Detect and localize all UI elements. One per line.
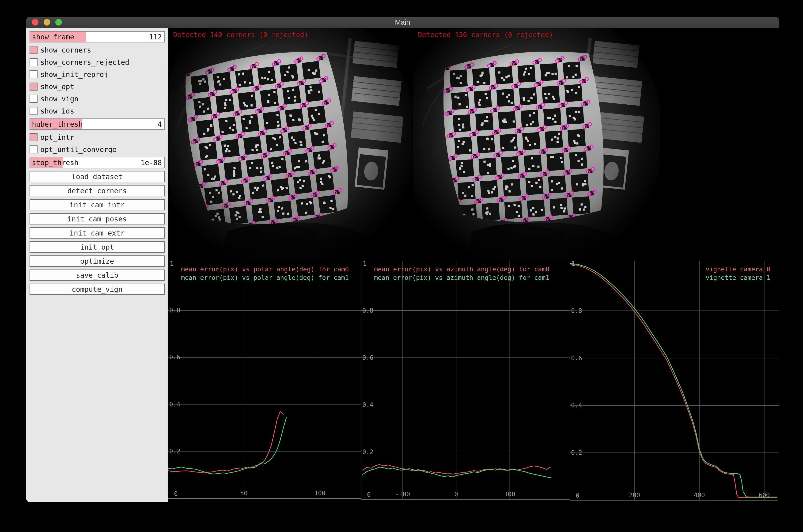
svg-text:400: 400 — [694, 492, 705, 499]
main-area: Detected 140 corners (0 rejected) — [168, 28, 779, 502]
svg-text:0.8: 0.8 — [571, 307, 582, 314]
button-optimize[interactable]: optimize — [30, 255, 165, 267]
svg-text:0.6: 0.6 — [571, 355, 582, 362]
svg-text:0.2: 0.2 — [571, 449, 582, 456]
svg-text:0.8: 0.8 — [169, 307, 180, 314]
main-window: Main show_frame112show_cornersshow_corne… — [26, 17, 779, 502]
slider-show_frame[interactable]: show_frame112 — [30, 31, 165, 42]
fisheye-image-1 — [413, 28, 660, 261]
svg-text:0.6: 0.6 — [362, 354, 374, 361]
checkbox-row-opt_until_converge[interactable]: opt_until_converge — [30, 145, 165, 154]
vignette-plot: 2004006000.20.40.60.810vignette camera 0… — [570, 261, 779, 502]
checkbox-row-show_vign[interactable]: show_vign — [30, 94, 165, 103]
window-content: show_frame112show_cornersshow_corners_re… — [26, 28, 779, 502]
polar-error-plot: 501000.20.40.60.810mean error(pix) vs po… — [168, 261, 361, 502]
svg-text:50: 50 — [240, 490, 247, 497]
checkbox-label: show_corners — [40, 46, 91, 54]
checkbox-label: show_corners_rejected — [40, 58, 129, 66]
camera-view-0: Detected 140 corners (0 rejected) — [168, 28, 413, 261]
button-save_calib[interactable]: save_calib — [30, 269, 165, 281]
checkbox-row-show_opt[interactable]: show_opt — [30, 82, 165, 91]
slider-stop_thresh[interactable]: stop_thresh1e-08 — [30, 157, 165, 168]
svg-text:0: 0 — [576, 492, 579, 499]
camera-view-1: Detected 136 corners (0 rejected) — [413, 28, 660, 261]
slider-value: 1e-08 — [141, 157, 162, 168]
slider-label: show_frame — [32, 32, 74, 42]
svg-text:0: 0 — [367, 491, 371, 498]
svg-text:0.4: 0.4 — [362, 401, 374, 408]
legend-cam1: mean error(pix) vs azimuth angle(deg) fo… — [374, 274, 550, 281]
slider-value: 4 — [158, 119, 162, 129]
cam0-curve — [363, 464, 551, 474]
checkbox-show_corners_rejected[interactable] — [30, 58, 38, 66]
svg-text:0.2: 0.2 — [362, 449, 374, 456]
svg-text:0: 0 — [454, 491, 458, 498]
control-sidebar: show_frame112show_cornersshow_corners_re… — [26, 28, 168, 502]
plots-row: 501000.20.40.60.810mean error(pix) vs po… — [168, 261, 779, 502]
azimuth-error-plot: -10001000.20.40.60.810mean error(pix) vs… — [361, 261, 570, 502]
fisheye-image-0 — [168, 28, 412, 261]
svg-text:0: 0 — [174, 490, 178, 497]
checkbox-show_vign[interactable] — [30, 95, 38, 103]
checkbox-label: opt_until_converge — [40, 146, 117, 154]
checkbox-label: opt_intr — [40, 133, 74, 141]
cam0-curve — [570, 264, 777, 497]
button-init_cam_intr[interactable]: init_cam_intr — [30, 199, 165, 210]
checkbox-opt_intr[interactable] — [30, 133, 38, 141]
plot-vignette: 2004006000.20.40.60.810vignette camera 0… — [570, 261, 779, 502]
plot-polar-error: 501000.20.40.60.810mean error(pix) vs po… — [168, 261, 361, 502]
svg-text:-100: -100 — [396, 491, 410, 498]
checkbox-row-show_corners_rejected[interactable]: show_corners_rejected — [30, 57, 165, 67]
svg-text:100: 100 — [504, 491, 515, 498]
svg-text:1: 1 — [170, 261, 174, 267]
checkbox-label: show_init_reproj — [40, 70, 108, 79]
checkbox-opt_until_converge[interactable] — [30, 146, 38, 153]
svg-text:0.4: 0.4 — [169, 401, 180, 408]
button-load_dataset[interactable]: load_dataset — [30, 171, 165, 182]
legend-cam0: mean error(pix) vs polar angle(deg) for … — [181, 266, 349, 273]
svg-text:0.4: 0.4 — [571, 402, 582, 409]
checkbox-show_opt[interactable] — [30, 82, 38, 91]
camera-views: Detected 140 corners (0 rejected) — [168, 28, 779, 261]
cam0-curve — [168, 412, 284, 473]
svg-text:100: 100 — [314, 490, 326, 497]
checkbox-show_ids[interactable] — [30, 107, 38, 115]
checkbox-row-opt_intr[interactable]: opt_intr — [30, 133, 165, 142]
button-init_cam_extr[interactable]: init_cam_extr — [30, 227, 165, 239]
cam1-curve — [570, 263, 777, 497]
legend-cam1: mean error(pix) vs polar angle(deg) for … — [181, 274, 349, 281]
checkbox-label: show_ids — [40, 107, 74, 115]
legend-cam0: vignette camera 0 — [706, 266, 770, 273]
camera1-status: Detected 136 corners (0 rejected) — [418, 31, 553, 39]
button-init_cam_poses[interactable]: init_cam_poses — [30, 213, 165, 225]
svg-text:200: 200 — [629, 492, 640, 499]
cam1-curve — [168, 417, 287, 474]
checkbox-row-show_corners[interactable]: show_corners — [30, 45, 165, 55]
plot-azimuth-error: -10001000.20.40.60.810mean error(pix) vs… — [361, 261, 570, 502]
button-compute_vign[interactable]: compute_vign — [30, 284, 165, 295]
checkbox-label: show_vign — [40, 95, 79, 103]
camera0-status: Detected 140 corners (0 rejected) — [173, 31, 308, 39]
svg-text:0.8: 0.8 — [362, 307, 374, 314]
checkbox-show_init_reproj[interactable] — [30, 70, 38, 78]
window-title: Main — [26, 17, 779, 28]
checkbox-row-show_ids[interactable]: show_ids — [30, 106, 165, 116]
slider-huber_thresh[interactable]: huber_thresh4 — [30, 118, 165, 130]
checkbox-label: show_opt — [40, 82, 74, 91]
button-detect_corners[interactable]: detect_corners — [30, 185, 165, 196]
svg-text:1: 1 — [363, 261, 366, 267]
svg-text:0.6: 0.6 — [169, 354, 180, 361]
checkbox-show_corners[interactable] — [30, 46, 38, 54]
slider-label: stop_thresh — [32, 157, 79, 168]
title-bar: Main — [26, 17, 779, 28]
checkbox-row-show_init_reproj[interactable]: show_init_reproj — [30, 70, 165, 79]
legend-cam1: vignette camera 1 — [706, 274, 770, 281]
svg-text:0.2: 0.2 — [169, 448, 180, 455]
slider-value: 112 — [149, 32, 162, 42]
black-filler — [660, 28, 779, 261]
button-init_opt[interactable]: init_opt — [30, 241, 165, 253]
slider-label: huber_thresh — [32, 119, 83, 129]
legend-cam0: mean error(pix) vs azimuth angle(deg) fo… — [374, 266, 550, 273]
